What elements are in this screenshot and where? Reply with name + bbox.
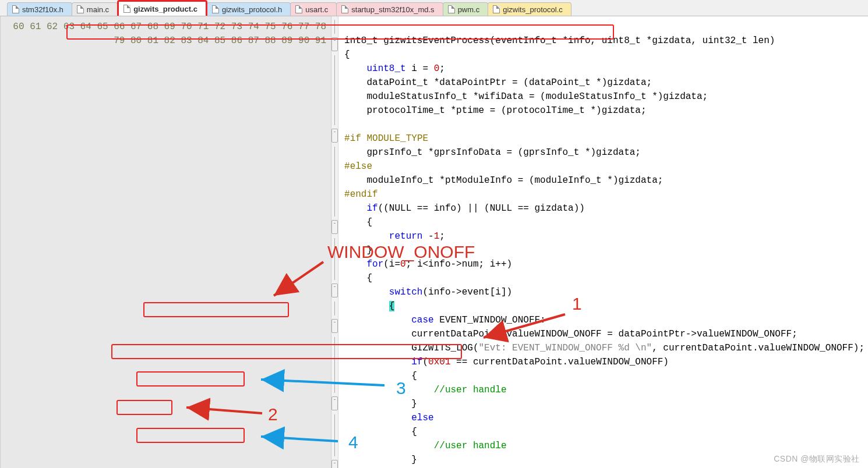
tab-gizwits-protocol-h[interactable]: gizwits_protocol.h [207,2,291,16]
code-line: currentDataPoint.valueWINDOW_ONOFF = dat… [344,329,798,339]
code-line: { [344,217,372,228]
code-line: moduleStatusInfo_t *wifiData = (moduleSt… [344,91,708,102]
file-icon [295,5,302,13]
code-line: return -1; [344,231,445,242]
file-icon [212,5,219,13]
code-line: GIZWITS_LOG("Evt: EVENT_WINDOW_ONOFF %d … [344,343,865,353]
tab-gizwits-protocol-c[interactable]: gizwits_protocol.c [488,2,571,16]
code-line: int8_t gizwitsEventProcess(eventInfo_t *… [344,36,775,46]
tab-gizwits-product-c[interactable]: gizwits_product.c [117,0,207,16]
line-number-gutter: 60 61 62 63 64 65 66 67 68 69 70 71 72 7… [1,16,331,468]
code-line: #if MODULE_TYPE [344,133,428,144]
code-line: dataPoint_t *dataPointPtr = (dataPoint_t… [344,77,652,88]
file-icon [124,5,130,13]
code-line: //user handle [344,441,506,451]
file-icon [77,5,84,13]
code-line: #endif [344,189,378,200]
code-line: switch(info->event[i]) [344,287,512,297]
code-line: { [344,273,372,283]
code-line: { [344,301,394,311]
code-line: else [344,413,434,423]
file-icon [341,5,348,13]
tab-stm32f10x-h[interactable]: stm32f10x.h [7,2,72,16]
code-line: } [344,399,417,409]
tab-bar: stm32f10x.h main.c gizwits_product.c giz… [0,0,868,16]
file-icon [12,5,19,13]
code-line: #else [344,161,372,172]
code-line: gprsInfo_t *gprsInfoData = (gprsInfo_t *… [344,147,641,158]
code-line: moduleInfo_t *ptModuleInfo = (moduleInfo… [344,175,663,186]
code-line: { [344,427,417,437]
code-line: } [344,245,372,256]
file-icon [448,5,455,13]
code-line: protocolTime_t *ptime = (protocolTime_t … [344,105,646,116]
code-line: if(0x01 == currentDataPoint.valueWINDOW_… [344,357,669,367]
code-line: { [344,371,417,381]
code-line: case EVENT_WINDOW_ONOFF: [344,315,546,325]
code-area[interactable]: int8_t gizwitsEventProcess(eventInfo_t *… [338,16,868,468]
code-line: if((NULL == info) || (NULL == gizdata)) [344,203,585,214]
tab-startup-md-s[interactable]: startup_stm32f10x_md.s [336,2,443,16]
tab-main-c[interactable]: main.c [72,2,118,16]
watermark: CSDN @物联网实验社 [774,454,860,465]
fold-column[interactable]: - - - - - - - [331,16,338,468]
code-line: uint8_t i = 0; [344,63,445,74]
code-line: } [344,455,417,465]
code-line: for(i=0; i<info->num; i++) [344,259,512,270]
code-line: //user handle [344,385,506,395]
code-line: { [344,49,350,60]
code-editor[interactable]: 60 61 62 63 64 65 66 67 68 69 70 71 72 7… [0,16,868,468]
tab-usart-c[interactable]: usart.c [290,2,337,16]
file-icon [493,5,500,13]
tab-pwm-c[interactable]: pwm.c [443,2,489,16]
